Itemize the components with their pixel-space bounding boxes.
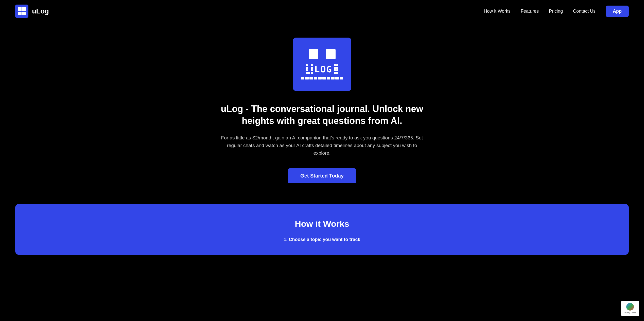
recaptcha-badge: Privacy - Terms <box>621 301 639 316</box>
hero-subtext: For as little as $2/month, gain an AI co… <box>218 134 426 157</box>
logo-eye-left <box>309 49 318 59</box>
logo-text-area: LOG <box>298 64 346 79</box>
get-started-button[interactable]: Get Started Today <box>288 168 356 183</box>
hero-logo-graphic: LOG <box>293 38 351 91</box>
hero-section: LOG <box>0 22 644 204</box>
brand-name: uLog <box>32 7 49 15</box>
nav-features[interactable]: Features <box>521 9 539 14</box>
how-it-works-title: How it Works <box>36 219 608 229</box>
app-button[interactable]: App <box>606 6 629 17</box>
logo-icon <box>15 5 28 18</box>
navbar: uLog How it Works Features Pricing Conta… <box>0 0 644 22</box>
recaptcha-logo-icon <box>626 303 634 311</box>
how-it-works-section: How it Works 1. Choose a topic you want … <box>15 204 629 255</box>
hero-headline: uLog - The conversational journal. Unloc… <box>205 103 439 127</box>
logo-log-text: LOG <box>314 64 332 74</box>
nav-contact-us[interactable]: Contact Us <box>573 9 596 14</box>
logo-eye-right <box>326 49 336 59</box>
brand-logo[interactable]: uLog <box>15 5 49 18</box>
nav-pricing[interactable]: Pricing <box>549 9 563 14</box>
logo-eyes <box>309 49 336 59</box>
nav-links: How it Works Features Pricing Contact Us… <box>484 6 629 17</box>
nav-how-it-works[interactable]: How it Works <box>484 9 511 14</box>
how-it-works-step1: 1. Choose a topic you want to track <box>36 237 608 242</box>
recaptcha-text: Privacy - Terms <box>624 312 636 314</box>
